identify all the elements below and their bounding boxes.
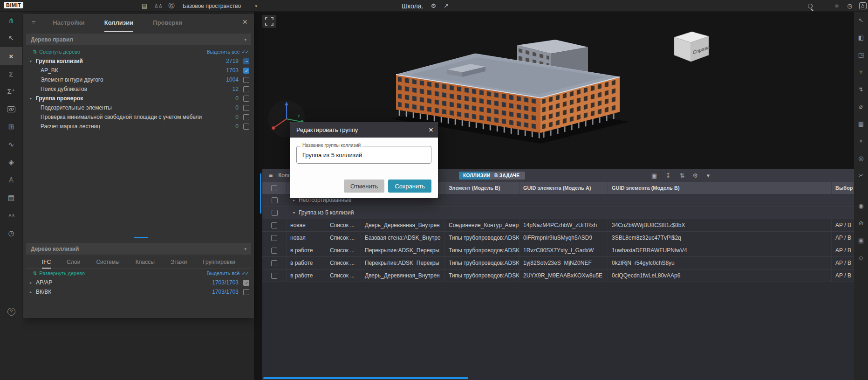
help-icon[interactable]: ? bbox=[0, 303, 22, 320]
hide-icon[interactable]: ⊘ bbox=[854, 214, 868, 232]
checkbox[interactable] bbox=[243, 289, 249, 295]
refresh-view-icon[interactable]: ◎ bbox=[854, 150, 868, 167]
locate-icon[interactable]: ⌖ bbox=[854, 132, 868, 150]
expand-tree-link[interactable]: ⇅ Развернуть дерево bbox=[33, 270, 85, 276]
select-all-checkbox[interactable] bbox=[271, 185, 277, 191]
checkbox[interactable] bbox=[243, 58, 249, 64]
col-header[interactable]: Элемент (Модель B) bbox=[445, 182, 519, 194]
tab-settings[interactable]: Настройки bbox=[53, 14, 85, 32]
tab-layers[interactable]: Слои bbox=[67, 256, 80, 269]
collisions-icon[interactable]: × bbox=[0, 47, 22, 65]
charts-icon[interactable]: ∿ bbox=[0, 136, 22, 153]
users-icon[interactable]: ♙♙ bbox=[0, 207, 22, 224]
section-cut-icon[interactable]: ✂ bbox=[854, 167, 868, 184]
vertical-scrollbar[interactable] bbox=[260, 173, 261, 214]
cancel-button[interactable]: Отменить bbox=[344, 180, 384, 193]
expand-icon[interactable]: ▸ bbox=[30, 281, 36, 285]
show-icon[interactable]: ◉ bbox=[854, 197, 868, 214]
share-icon[interactable]: ↗ bbox=[444, 2, 449, 9]
tab-classes[interactable]: Классы bbox=[136, 256, 155, 269]
settings-icon[interactable]: ⚙ bbox=[431, 2, 436, 9]
tab-collisions[interactable]: Коллизии bbox=[104, 14, 134, 32]
frames-icon[interactable]: ▣ bbox=[854, 232, 868, 249]
grid-view-icon[interactable]: ▦ bbox=[854, 115, 868, 132]
tree-item[interactable]: Расчет марша лестниц 0 bbox=[23, 122, 254, 131]
select-icon[interactable]: ↖ bbox=[0, 29, 22, 47]
col-header[interactable]: GUID элемента (Модель B) bbox=[608, 182, 832, 194]
collapse-tree-link[interactable]: ⇅ Свернуть дерево bbox=[33, 49, 80, 55]
table-settings-icon[interactable]: ⚙ bbox=[689, 169, 701, 182]
sum-plus-icon[interactable]: Σ⁺ bbox=[0, 83, 22, 100]
expand-icon[interactable]: ▾ bbox=[30, 97, 36, 101]
sum-icon[interactable]: Σ bbox=[0, 65, 22, 83]
explode-icon[interactable]: ↯ bbox=[854, 81, 868, 98]
col-header[interactable]: Выбор bbox=[832, 182, 854, 194]
search-icon[interactable] bbox=[805, 0, 816, 12]
shared-folder-icon[interactable]: ▤ bbox=[0, 189, 22, 207]
save-button[interactable]: Сохранить bbox=[388, 180, 431, 193]
close-icon[interactable]: × bbox=[429, 122, 433, 138]
export-icon[interactable]: ↧ bbox=[662, 169, 674, 182]
tab-checks[interactable]: Проверки bbox=[153, 14, 182, 32]
checkbox[interactable] bbox=[243, 86, 249, 92]
chip-in-task[interactable]: В ЗАДАЧЕ bbox=[490, 172, 525, 180]
history-icon[interactable]: ◷ bbox=[0, 224, 22, 242]
tree-item[interactable]: Элемент внтури другого 1004 bbox=[23, 75, 254, 84]
checkbox[interactable] bbox=[271, 235, 277, 241]
checkbox[interactable] bbox=[271, 248, 277, 254]
select-all-link[interactable]: Выделить всё ✓✓ bbox=[206, 49, 248, 55]
tree-item[interactable]: Подозрительные элементы 0 bbox=[23, 103, 254, 112]
checkbox[interactable] bbox=[243, 114, 249, 120]
table-row[interactable]: новая Список ... Базовая стена:ADSK_Внут… bbox=[262, 232, 854, 244]
expand-icon[interactable]: ▸ bbox=[30, 290, 36, 294]
checkbox[interactable] bbox=[271, 273, 277, 279]
workspace-icon[interactable]: Ⓖ bbox=[166, 0, 177, 12]
structure-icon[interactable]: ⊞ bbox=[0, 118, 22, 136]
team-icon[interactable]: ♙♙ bbox=[153, 0, 164, 12]
select-tool-icon[interactable]: ↖ bbox=[854, 12, 868, 29]
col-header[interactable]: GUID элемента (Модель A) bbox=[519, 182, 608, 194]
user-icon[interactable]: ♙ bbox=[0, 171, 22, 189]
collapse-panel-icon[interactable]: ▾ bbox=[702, 169, 714, 182]
checkbox[interactable] bbox=[272, 210, 278, 216]
sort-icon[interactable]: ⇅ bbox=[676, 169, 688, 182]
checkbox[interactable] bbox=[243, 124, 249, 130]
tree-scrollbar[interactable] bbox=[134, 237, 148, 238]
filter-box-icon[interactable]: ◇ bbox=[854, 249, 868, 266]
tree-item[interactable]: ▸ АР/АР 1703/1703 bbox=[23, 278, 254, 287]
checkbox[interactable] bbox=[243, 280, 249, 286]
workspace-selector[interactable]: Базовое пространство ▾ bbox=[183, 0, 257, 12]
table-row[interactable]: в работе Список ... Перекрытие:ADSK_Пере… bbox=[262, 257, 854, 269]
menu-icon[interactable]: ≡ bbox=[831, 0, 842, 12]
tree-item[interactable]: Проверка минимальной свободной площади с… bbox=[23, 112, 254, 122]
table-row[interactable]: в работе Список ... Перекрытие:ADSK_Пере… bbox=[262, 244, 854, 257]
tree-item[interactable]: ▸ ВК/ВК 1703/1703 bbox=[23, 287, 254, 297]
checkbox[interactable] bbox=[243, 105, 249, 111]
tab-groupings[interactable]: Группировки bbox=[203, 256, 235, 269]
isolate-box-icon[interactable]: ◧ bbox=[854, 29, 868, 46]
tab-floors[interactable]: Этажи bbox=[171, 256, 187, 269]
expand-icon[interactable]: ▾ bbox=[30, 59, 36, 63]
projects-icon[interactable]: ▤ bbox=[139, 0, 150, 12]
account-icon[interactable]: ♙ bbox=[857, 0, 868, 12]
measure-icon[interactable]: ⌀ bbox=[854, 98, 868, 115]
table-row[interactable]: в работе Список ... Дверь_Деревянная_Вну… bbox=[262, 269, 854, 282]
rules-tree-header[interactable]: Дерево правил ▾ bbox=[26, 34, 251, 45]
select-all-link[interactable]: Выделить всё ✓✓ bbox=[206, 270, 248, 276]
collapse-icon[interactable]: ▾ bbox=[293, 211, 295, 215]
horizontal-scrollbar[interactable] bbox=[263, 377, 468, 379]
checkbox[interactable] bbox=[272, 197, 278, 203]
navigation-cube[interactable]: Справа bbox=[668, 27, 714, 67]
user-clock-icon[interactable]: ◷ bbox=[844, 0, 855, 12]
panel-menu-icon[interactable]: ≡ bbox=[32, 19, 35, 27]
tree-item[interactable]: ▾ Группа проверок 0 bbox=[23, 94, 254, 103]
ruler-icon[interactable]: ⌗ bbox=[854, 63, 868, 81]
tab-systems[interactable]: Системы bbox=[96, 256, 119, 269]
collision-tree-header[interactable]: Дерево коллизий ▾ bbox=[26, 243, 251, 255]
clip-view-icon[interactable]: ◳ bbox=[854, 46, 868, 63]
table-group-row[interactable]: ▾ Группа из 5 коллизий bbox=[262, 207, 854, 219]
table-row[interactable]: новая Список ... Дверь_Деревянная_Внутре… bbox=[262, 219, 854, 232]
table-menu-icon[interactable]: ≡ bbox=[269, 172, 273, 179]
tree-item[interactable]: АР_ВК 1703 bbox=[23, 66, 254, 75]
close-icon[interactable]: × bbox=[242, 17, 247, 27]
